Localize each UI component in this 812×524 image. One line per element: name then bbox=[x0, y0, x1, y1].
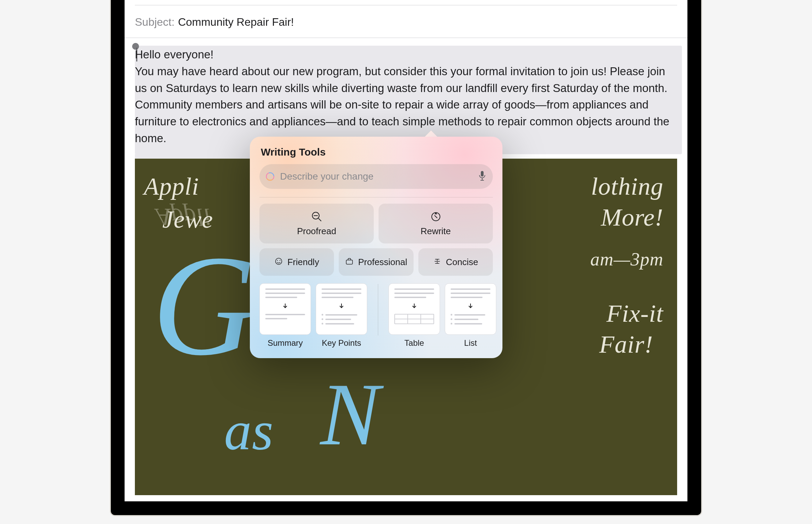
describe-change-placeholder: Describe your change bbox=[280, 171, 474, 182]
writing-tools-popover: Writing Tools Describe your change bbox=[250, 130, 502, 358]
concise-label: Concise bbox=[446, 257, 478, 267]
table-button[interactable]: Table bbox=[388, 283, 440, 348]
microphone-icon[interactable] bbox=[478, 171, 486, 182]
svg-point-12 bbox=[277, 260, 278, 261]
poster-word: More! bbox=[601, 203, 663, 232]
mail-compose-screen: Subject: Community Repair Fair! Hello ev… bbox=[125, 0, 687, 501]
concise-icon bbox=[433, 257, 442, 267]
svg-rect-14 bbox=[346, 260, 352, 264]
proofread-button[interactable]: Proofread bbox=[259, 204, 374, 243]
poster-word: Appli bbox=[144, 172, 199, 201]
professional-button[interactable]: Professional bbox=[339, 248, 413, 276]
svg-point-13 bbox=[280, 260, 280, 261]
poster-word: lothing bbox=[591, 172, 663, 201]
writing-tools-panel: Writing Tools Describe your change bbox=[250, 137, 502, 358]
summary-button[interactable]: Summary bbox=[259, 283, 311, 348]
summary-card-preview bbox=[259, 283, 311, 335]
proofread-label: Proofread bbox=[297, 226, 336, 237]
rewrite-label: Rewrite bbox=[420, 226, 451, 237]
concise-button[interactable]: Concise bbox=[418, 248, 493, 276]
poster-word: Fix-it bbox=[606, 299, 663, 328]
body-greeting: Hello everyone! bbox=[135, 48, 213, 61]
briefcase-icon bbox=[345, 257, 354, 267]
table-card-preview bbox=[388, 283, 440, 335]
list-label: List bbox=[464, 338, 477, 348]
arrow-down-icon bbox=[282, 303, 288, 309]
rewrite-button[interactable]: Rewrite bbox=[379, 204, 493, 243]
ipad-frame: Subject: Community Repair Fair! Hello ev… bbox=[111, 0, 701, 515]
magnifier-check-icon bbox=[311, 211, 323, 224]
subject-value[interactable]: Community Repair Fair! bbox=[178, 16, 294, 29]
summary-label: Summary bbox=[268, 338, 303, 348]
popover-arrow bbox=[425, 130, 437, 137]
describe-change-input[interactable]: Describe your change bbox=[259, 164, 493, 189]
professional-label: Professional bbox=[358, 257, 407, 267]
smile-icon bbox=[274, 257, 283, 267]
poster-word: as bbox=[224, 399, 274, 463]
divider bbox=[259, 197, 493, 197]
subject-row[interactable]: Subject: Community Repair Fair! bbox=[125, 5, 687, 38]
divider bbox=[378, 284, 378, 335]
friendly-button[interactable]: Friendly bbox=[259, 248, 334, 276]
subject-label: Subject: bbox=[135, 16, 175, 29]
keypoints-label: Key Points bbox=[322, 338, 361, 348]
keypoints-card-preview bbox=[316, 283, 367, 335]
svg-line-10 bbox=[434, 215, 437, 218]
friendly-label: Friendly bbox=[287, 257, 319, 267]
arrow-down-icon bbox=[411, 303, 417, 309]
arrow-down-icon bbox=[338, 303, 345, 309]
poster-time: am—3pm bbox=[590, 249, 663, 270]
poster-word: Fair! bbox=[599, 330, 653, 359]
poster-swash-n: N bbox=[320, 378, 380, 450]
table-label: Table bbox=[404, 338, 424, 348]
svg-rect-3 bbox=[481, 171, 484, 176]
svg-point-11 bbox=[276, 258, 282, 264]
list-card-preview bbox=[445, 283, 496, 335]
svg-line-7 bbox=[318, 218, 321, 221]
rewrite-icon bbox=[430, 211, 442, 224]
poster-swash-g: G bbox=[152, 248, 256, 363]
keypoints-button[interactable]: Key Points bbox=[316, 283, 367, 348]
apple-intelligence-icon bbox=[264, 171, 276, 182]
writing-tools-title: Writing Tools bbox=[261, 146, 493, 158]
list-button[interactable]: List bbox=[445, 283, 496, 348]
arrow-down-icon bbox=[467, 303, 474, 309]
